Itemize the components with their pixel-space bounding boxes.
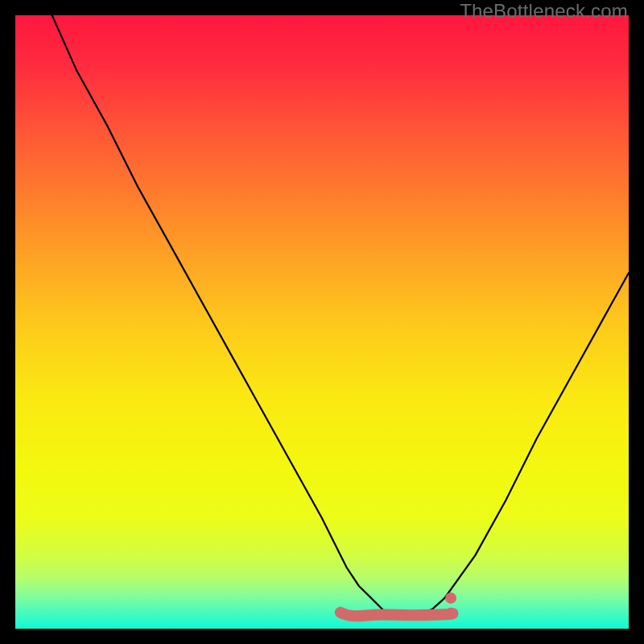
marker-dot [445, 592, 456, 604]
optimal-band [341, 613, 453, 617]
plot-area [15, 15, 629, 629]
watermark-text: TheBottleneck.com [460, 0, 628, 23]
chart-svg [15, 15, 629, 629]
gradient-background [15, 15, 629, 629]
chart-frame: TheBottleneck.com [0, 0, 644, 644]
